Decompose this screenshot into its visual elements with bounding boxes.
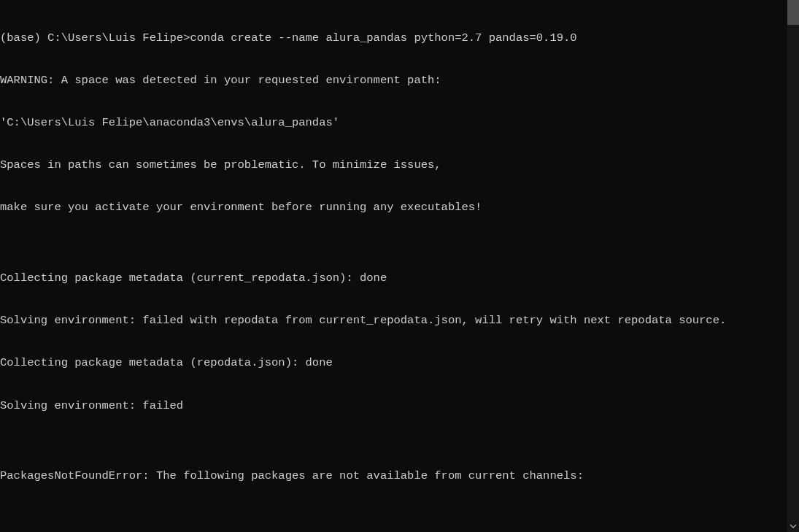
- scrollbar-thumb[interactable]: [787, 0, 799, 25]
- terminal-line: Spaces in paths can sometimes be problem…: [0, 158, 787, 172]
- terminal-window: (base) C:\Users\Luis Felipe>conda create…: [0, 0, 799, 532]
- terminal-line: (base) C:\Users\Luis Felipe>conda create…: [0, 31, 787, 45]
- terminal-line: 'C:\Users\Luis Felipe\anaconda3\envs\alu…: [0, 116, 787, 130]
- terminal-line: Solving environment: failed: [0, 399, 787, 413]
- scrollbar-track[interactable]: [787, 0, 799, 532]
- terminal-line: Solving environment: failed with repodat…: [0, 314, 787, 328]
- terminal-line: make sure you activate your environment …: [0, 201, 787, 215]
- terminal-line: PackagesNotFoundError: The following pac…: [0, 469, 787, 483]
- terminal-line: WARNING: A space was detected in your re…: [0, 74, 787, 88]
- terminal-line: Collecting package metadata (current_rep…: [0, 271, 787, 285]
- scroll-down-icon[interactable]: [787, 520, 799, 532]
- terminal-output[interactable]: (base) C:\Users\Luis Felipe>conda create…: [0, 0, 787, 532]
- terminal-line: Collecting package metadata (repodata.js…: [0, 356, 787, 370]
